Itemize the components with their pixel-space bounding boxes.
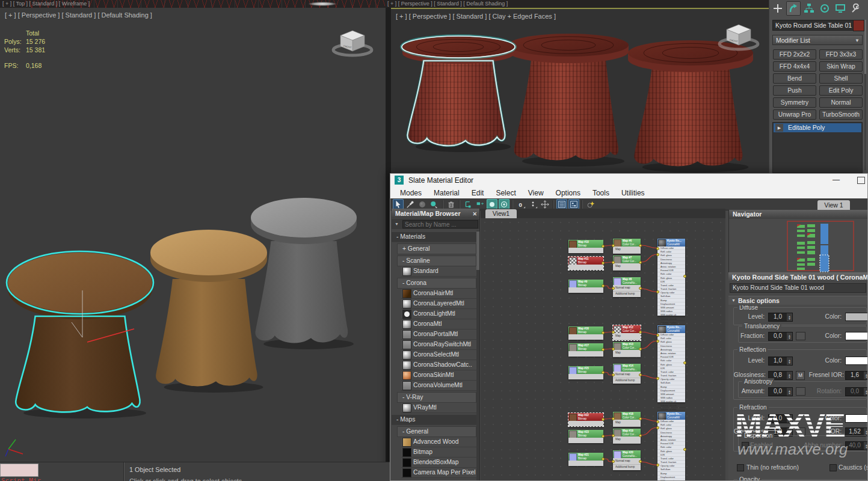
translucency-map-button[interactable] xyxy=(796,332,805,340)
clay-tables-scene[interactable] xyxy=(391,9,769,173)
graph-node-map-10[interactable]: Map #10Bitmap xyxy=(568,240,603,253)
graph-node-map-16[interactable]: Map #16Bitmap xyxy=(568,326,603,340)
tab-view1-side[interactable]: View 1 xyxy=(817,200,850,210)
browser-item-coronarayswitchmtl[interactable]: CoronaRaySwitchMtl xyxy=(401,340,476,350)
modifier-button-ffd-3x3x3[interactable]: FFD 3x3x3 xyxy=(819,49,863,60)
menu-edit[interactable]: Edit xyxy=(466,189,490,197)
modifier-button-unwrap-pro[interactable]: Unwrap Pro xyxy=(773,109,816,120)
browser-item-advanced-wood[interactable]: Advanced Wood xyxy=(401,437,476,447)
menu-view[interactable]: View xyxy=(522,189,550,197)
put-material-to-scene-icon[interactable] xyxy=(417,199,428,209)
browser-group-materials[interactable]: - Materials xyxy=(392,232,476,242)
browser-item-bitmap[interactable]: Bitmap xyxy=(401,447,476,458)
browser-item-coronalayeredmtl[interactable]: CoronaLayeredMtl xyxy=(401,299,476,309)
pan-tool-icon[interactable] xyxy=(540,199,550,209)
select-by-material-icon[interactable] xyxy=(585,199,596,209)
output-socket-icon[interactable] xyxy=(639,287,642,290)
output-socket-icon[interactable] xyxy=(639,460,642,463)
browser-item-coronaportalmtl[interactable]: CoronaPortalMtl xyxy=(401,329,476,340)
modify-tab[interactable] xyxy=(786,1,801,16)
tab-view1[interactable]: View1 xyxy=(485,209,517,218)
pick-material-icon[interactable] xyxy=(405,199,416,209)
output-socket-icon[interactable] xyxy=(683,361,686,364)
input-socket-icon[interactable] xyxy=(612,261,615,264)
node-graph-view[interactable]: Map #10BitmapMap #6Color Cor...MapMap #1… xyxy=(481,218,725,480)
browser-header[interactable]: Material/Map Browser ✕ xyxy=(392,209,479,218)
browser-item-coronavolumemtl[interactable]: CoronaVolumeMtl xyxy=(401,381,476,391)
graph-node-map-6[interactable]: Map #6Color Cor...Map xyxy=(613,239,641,254)
translucency-fraction-spinner[interactable]: 0,0▲▼ xyxy=(768,332,793,341)
maximize-button[interactable] xyxy=(857,177,865,184)
browser-item-vraymtl[interactable]: VRayMtl xyxy=(401,403,476,413)
hierarchy-tab[interactable] xyxy=(802,1,816,16)
motion-tab[interactable] xyxy=(817,1,832,16)
assign-material-to-selection-icon[interactable] xyxy=(429,199,440,209)
diffuse-color-swatch[interactable] xyxy=(845,313,867,321)
output-socket-icon[interactable] xyxy=(639,244,642,247)
search-input[interactable] xyxy=(402,220,478,228)
graph-node-map-12[interactable]: Map #12Color Cor...Map xyxy=(613,325,641,340)
shaded-tables-scene[interactable] xyxy=(0,8,386,462)
modifier-stack[interactable]: ▶ Editable Poly xyxy=(772,122,863,173)
graph-node-kyoto-ro-[interactable]: Kyoto Ro...CoronaMtlDiffuse colorRefl. c… xyxy=(657,239,685,316)
browser-subgroup-general[interactable]: + General xyxy=(397,244,476,254)
input-socket-icon[interactable] xyxy=(612,287,615,290)
stack-item-editable-poly[interactable]: ▶ Editable Poly xyxy=(774,123,861,132)
hide-unused-nodeslots-icon[interactable] xyxy=(463,199,473,209)
thin-checkbox[interactable] xyxy=(737,464,744,471)
show-shaded-material-in-viewport-icon[interactable] xyxy=(487,199,497,209)
select-tool-icon[interactable] xyxy=(393,199,404,209)
layout-children-icon[interactable] xyxy=(528,199,538,209)
top-viewport-strip[interactable]: [ + ] [ Top ] [ Standard ] [ Wireframe ]… xyxy=(0,0,769,8)
slate-material-editor-window[interactable]: 3 Slate Material Editor — ModesMaterialE… xyxy=(390,173,868,481)
graph-node-map-22[interactable]: Map #22Bitmap xyxy=(568,413,603,426)
browser-item-coronalightmtl[interactable]: CoronaLightMtl xyxy=(401,309,476,319)
output-socket-icon[interactable] xyxy=(683,275,686,278)
browser-item-coronaselectmtl[interactable]: CoronaSelectMtl xyxy=(401,350,476,360)
modifier-button-shell[interactable]: Shell xyxy=(819,73,863,84)
output-socket-icon[interactable] xyxy=(602,371,605,374)
output-socket-icon[interactable] xyxy=(602,262,605,265)
graph-node-map-17[interactable]: Map #17Bitmap xyxy=(568,343,603,357)
modifier-button-turbosmooth[interactable]: TurboSmooth xyxy=(819,109,863,120)
input-socket-icon[interactable] xyxy=(656,426,659,429)
minimize-button[interactable]: — xyxy=(828,175,845,186)
input-socket-icon[interactable] xyxy=(656,334,659,337)
graph-node-map-21[interactable]: Map #21Bitmap xyxy=(568,453,603,466)
input-socket-icon[interactable] xyxy=(656,247,659,250)
modifier-button-ffd-2x2x2[interactable]: FFD 2x2x2 xyxy=(773,49,816,60)
material-map-browser-toggle-icon[interactable] xyxy=(556,199,567,209)
command-panel-scrollbar[interactable] xyxy=(864,20,866,170)
translucency-color-swatch[interactable] xyxy=(845,332,867,340)
create-tab[interactable] xyxy=(771,1,785,16)
input-socket-icon[interactable] xyxy=(656,340,659,343)
top-viewport-label[interactable]: [ + ] [ Top ] [ Standard ] [ Wireframe ] xyxy=(2,1,90,7)
input-socket-icon[interactable] xyxy=(612,460,615,463)
utilities-tab[interactable] xyxy=(849,1,863,16)
modifier-button-skin-wrap[interactable]: Skin Wrap xyxy=(819,61,863,72)
input-socket-icon[interactable] xyxy=(612,417,615,420)
input-socket-icon[interactable] xyxy=(612,331,615,334)
input-socket-icon[interactable] xyxy=(612,244,615,247)
graph-node-map-13[interactable]: Map #13Color Cor...Map xyxy=(613,342,641,357)
input-socket-icon[interactable] xyxy=(656,253,659,256)
aniso-rotation-spinner[interactable]: 0,0▲▼ xyxy=(845,387,867,396)
perspective-viewport-clay[interactable]: [ + ] [ Perspective ] [ Standard ] [ Cla… xyxy=(391,8,769,173)
parameter-editor-toggle-icon[interactable] xyxy=(568,199,579,209)
upper-right-viewport-label[interactable]: [ + ] [ Perspective ] [ Standard ] [ Def… xyxy=(387,1,508,7)
graph-node-kyoto-ro-[interactable]: Kyoto Ro...CoronaMtlDiffuse colorRefl. c… xyxy=(657,325,685,402)
browser-item-coronaskinmtl[interactable]: CoronaSkinMtl xyxy=(401,370,476,381)
browser-item-coronashadowcatc[interactable]: CoronaShadowCatc.. xyxy=(401,360,476,370)
aniso-map-button[interactable] xyxy=(796,387,805,396)
modifier-button-normal[interactable]: Normal xyxy=(819,97,863,108)
menu-utilities[interactable]: Utilities xyxy=(615,189,651,197)
input-socket-icon[interactable] xyxy=(656,420,659,423)
output-socket-icon[interactable] xyxy=(639,417,642,420)
graph-node-map-14[interactable]: Map #14CoronaNo...Normal mapAdditional b… xyxy=(613,364,641,384)
object-name-field[interactable]: Kyoto Round Side Table 01 xyxy=(772,20,855,31)
output-socket-icon[interactable] xyxy=(639,348,642,351)
output-socket-icon[interactable] xyxy=(602,331,605,334)
input-socket-icon[interactable] xyxy=(612,373,615,376)
menu-options[interactable]: Options xyxy=(550,189,586,197)
output-socket-icon[interactable] xyxy=(683,448,686,451)
